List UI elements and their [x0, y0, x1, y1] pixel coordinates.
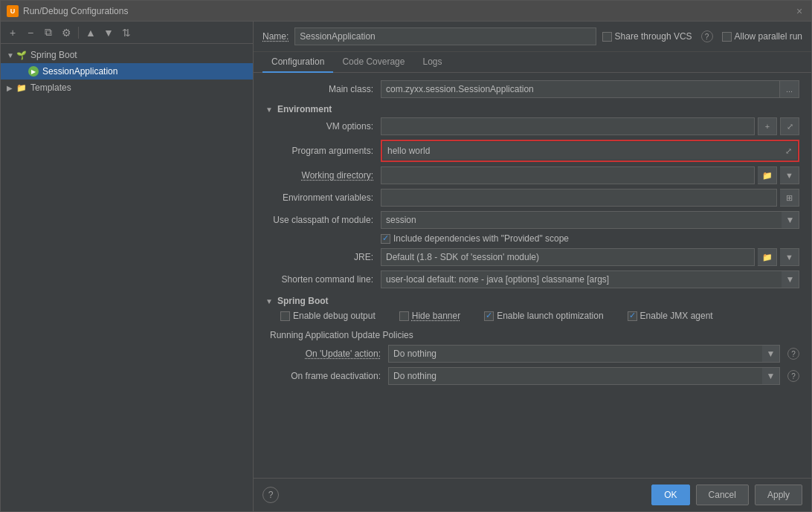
run-debug-dialog: U Run/Debug Configurations × + − ⧉ ⚙ ▲ ▼… — [0, 0, 812, 512]
templates-label: Templates — [30, 82, 71, 93]
on-frame-select-wrapper: Do nothing ▼ — [388, 367, 780, 385]
enable-debug-label[interactable]: Enable debug output — [280, 311, 376, 321]
working-dir-label: Working directory: — [265, 170, 381, 181]
toolbar-separator — [78, 27, 79, 39]
jre-field: 📁 ▼ — [381, 248, 799, 266]
classpath-module-row: Use classpath of module: session ▼ — [265, 211, 799, 229]
program-args-label: Program arguments: — [265, 146, 381, 156]
tree-item-springboot[interactable]: ▼ 🌱 Spring Boot — [1, 47, 253, 63]
cancel-button[interactable]: Cancel — [696, 485, 749, 505]
tab-code-coverage[interactable]: Code Coverage — [333, 52, 413, 73]
jre-input[interactable] — [381, 248, 755, 266]
name-input[interactable] — [294, 27, 596, 45]
apply-button[interactable]: Apply — [755, 485, 802, 505]
enable-jmx-text: Enable JMX agent — [640, 311, 713, 321]
allow-parallel-label[interactable]: Allow parallel run — [722, 31, 802, 42]
share-vcs-checkbox[interactable] — [602, 32, 612, 42]
include-deps-label[interactable]: Include dependencies with "Provided" sco… — [381, 233, 569, 244]
env-vars-input[interactable] — [381, 189, 777, 207]
working-dir-browse-btn[interactable]: 📁 — [758, 166, 777, 184]
help-button[interactable]: ? — [262, 487, 279, 503]
environment-section: ▼ Environment — [265, 104, 799, 114]
left-toolbar: + − ⧉ ⚙ ▲ ▼ ⇅ — [1, 22, 253, 44]
config-content: Main class: ... ▼ Environment — [254, 73, 811, 478]
left-panel: + − ⧉ ⚙ ▲ ▼ ⇅ ▼ 🌱 Spring Boot — [1, 22, 254, 511]
add-config-button[interactable]: + — [5, 25, 20, 40]
bottom-right: OK Cancel Apply — [651, 485, 802, 505]
on-frame-field: Do nothing ▼ ? — [388, 367, 799, 385]
tabs-bar: Configuration Code Coverage Logs — [254, 52, 811, 73]
on-frame-help-icon[interactable]: ? — [787, 370, 799, 382]
env-vars-field: ⊞ — [381, 189, 799, 207]
enable-jmx-checkbox[interactable] — [628, 311, 637, 321]
tree-item-templates[interactable]: ▶ 📁 Templates — [1, 80, 253, 96]
enable-launch-checkbox[interactable] — [484, 311, 494, 321]
running-policies-title: Running Application Update Policies — [265, 327, 799, 345]
env-vars-row: Environment variables: ⊞ — [265, 189, 799, 207]
main-class-label: Main class: — [265, 84, 381, 94]
include-deps-row: Include dependencies with "Provided" sco… — [265, 233, 799, 244]
env-title: Environment — [277, 104, 332, 114]
tab-configuration[interactable]: Configuration — [262, 52, 333, 73]
tree-item-session-app[interactable]: ▶ SessionApplication — [1, 63, 253, 80]
share-help-icon[interactable]: ? — [701, 30, 713, 42]
jre-browse-btn[interactable]: 📁 — [758, 248, 777, 266]
vm-options-expand-btn[interactable]: + — [758, 117, 777, 135]
shorten-cmd-label: Shorten command line: — [265, 274, 381, 285]
allow-parallel-text: Allow parallel run — [735, 31, 802, 42]
enable-jmx-label[interactable]: Enable JMX agent — [628, 311, 713, 321]
on-frame-label-text: On frame deactivation: — [291, 371, 381, 381]
program-args-expand-btn[interactable]: ⤢ — [779, 142, 797, 160]
env-arrow[interactable]: ▼ — [265, 106, 273, 114]
running-section: Running Application Update Policies On '… — [265, 327, 799, 385]
settings-button[interactable]: ⚙ — [59, 25, 74, 40]
on-update-row: On 'Update' action: Do nothing ▼ ? — [265, 345, 799, 363]
on-update-field: Do nothing ▼ ? — [388, 345, 799, 363]
classpath-module-select[interactable]: session — [381, 211, 799, 229]
program-args-input[interactable] — [383, 142, 779, 160]
copy-config-button[interactable]: ⧉ — [41, 25, 56, 40]
allow-parallel-checkbox[interactable] — [722, 32, 732, 42]
tree-arrow-templates: ▶ — [7, 84, 16, 92]
jre-label: JRE: — [265, 252, 381, 262]
working-dir-dropdown-btn[interactable]: ▼ — [780, 166, 799, 184]
enable-launch-label[interactable]: Enable launch optimization — [484, 311, 603, 321]
sort-button[interactable]: ⇅ — [119, 25, 134, 40]
shorten-cmd-select[interactable]: user-local default: none - java [options… — [381, 270, 799, 288]
bottom-bar: ? OK Cancel Apply — [254, 478, 811, 511]
env-vars-edit-btn[interactable]: ⊞ — [780, 189, 799, 207]
vm-options-fullscreen-btn[interactable]: ⤢ — [780, 117, 799, 135]
working-dir-input[interactable] — [381, 166, 755, 184]
remove-config-button[interactable]: − — [23, 25, 38, 40]
close-button[interactable]: × — [793, 5, 805, 17]
spring-boot-section: ▼ Spring Boot — [265, 296, 799, 306]
on-update-select-wrapper: Do nothing ▼ — [388, 345, 780, 363]
config-tree: ▼ 🌱 Spring Boot ▶ SessionApplication ▶ — [1, 44, 253, 511]
dialog-title: Run/Debug Configurations — [23, 6, 128, 16]
enable-debug-checkbox[interactable] — [280, 311, 290, 321]
spring-boot-title: Spring Boot — [277, 296, 329, 306]
main-class-browse-btn[interactable]: ... — [780, 80, 799, 98]
shorten-cmd-select-wrapper: user-local default: none - java [options… — [381, 270, 799, 288]
bottom-left: ? — [262, 487, 279, 503]
on-frame-select[interactable]: Do nothing — [388, 367, 780, 385]
include-deps-checkbox[interactable] — [381, 234, 390, 244]
move-up-button[interactable]: ▲ — [83, 25, 98, 40]
tab-logs[interactable]: Logs — [413, 52, 451, 73]
share-vcs-text: Share through VCS — [615, 31, 692, 42]
tree-arrow-springboot: ▼ — [7, 51, 16, 59]
springboot-label: Spring Boot — [30, 50, 77, 60]
on-update-select[interactable]: Do nothing — [388, 345, 780, 363]
vm-options-label: VM options: — [265, 121, 381, 132]
main-class-input[interactable] — [381, 80, 780, 98]
hide-banner-label[interactable]: Hide banner — [399, 311, 460, 321]
jre-dropdown-btn[interactable]: ▼ — [780, 248, 799, 266]
spring-boot-arrow[interactable]: ▼ — [265, 297, 273, 305]
move-down-button[interactable]: ▼ — [101, 25, 116, 40]
name-row: Name: Share through VCS ? Allow parallel… — [254, 22, 811, 52]
vm-options-input[interactable] — [381, 117, 755, 135]
share-vcs-label[interactable]: Share through VCS — [602, 31, 692, 42]
on-update-help-icon[interactable]: ? — [787, 348, 799, 360]
ok-button[interactable]: OK — [651, 485, 689, 505]
hide-banner-checkbox[interactable] — [399, 311, 409, 321]
